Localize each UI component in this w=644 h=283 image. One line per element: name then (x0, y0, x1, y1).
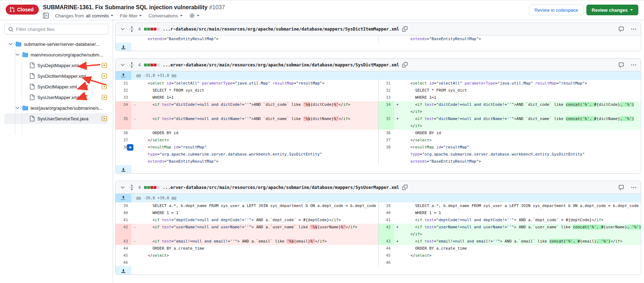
gear-icon (189, 13, 195, 18)
line-number[interactable]: 35 (378, 115, 394, 130)
line-number[interactable]: 32 (378, 87, 394, 94)
expand-up-button[interactable] (116, 194, 131, 202)
sidebar-toggle-icon[interactable] (43, 13, 49, 18)
tree-file-row-SysDictMapper.xml[interactable]: SysDictMapper.xml (4, 81, 108, 92)
line-number[interactable]: 33 (378, 94, 394, 101)
copy-path-icon[interactable] (402, 185, 408, 190)
line-number[interactable]: 46 (116, 259, 131, 266)
file-filter-dropdown[interactable]: File filter (120, 13, 142, 18)
comment-icon[interactable] (618, 26, 624, 32)
line-number[interactable]: 36 (378, 130, 394, 137)
line-number[interactable]: 45 (116, 252, 131, 259)
indent-guide (22, 60, 22, 103)
tree-file-row-SysDictItemMapper.xml[interactable]: SysDictItemMapper.xml (4, 71, 108, 81)
line-number[interactable]: 35 (116, 115, 131, 130)
line-number[interactable]: 40 (116, 209, 131, 217)
diff-row: 36 ORDER BY id36 ORDER BY id (116, 130, 641, 137)
tree-file-row-SysDeptMapper.xml[interactable]: SysDeptMapper.xml (4, 60, 108, 71)
diff-sign (394, 80, 401, 87)
filter-changed-files-input[interactable] (16, 27, 105, 32)
review-changes-button[interactable]: Review changes (586, 5, 638, 15)
code-line: <if test="deptCode!=null and deptCode!='… (401, 217, 641, 224)
drag-handle-icon[interactable] (129, 26, 134, 32)
line-number[interactable] (116, 36, 131, 43)
diffstat-blocks (144, 64, 160, 66)
diffstat-block-del (154, 64, 156, 66)
line-number[interactable]: 43 (378, 238, 394, 245)
line-number[interactable]: 33 (116, 94, 131, 101)
hunk-header-row: @@ -39,8 +39,8 @@ (116, 194, 641, 202)
conversations-dropdown[interactable]: Conversations (148, 13, 182, 18)
file-modified-icon (101, 84, 107, 89)
expand-down-button[interactable] (116, 266, 131, 274)
code-line: ORDER BY a.create_time (401, 245, 641, 252)
tree-folder-row[interactable]: main/resources/org/apache/subm... (4, 49, 108, 60)
line-number[interactable] (378, 36, 394, 43)
code-line: <if test="email!=null and email!=''"> AN… (401, 238, 641, 245)
tree-folder-row[interactable]: submarine-server/server-database/... (4, 39, 108, 49)
diff-sign (394, 217, 401, 224)
drag-handle-icon[interactable] (129, 62, 134, 68)
diff-sign (131, 80, 138, 87)
tree-file-row-SysUserMapper.xml[interactable]: SysUserMapper.xml (4, 92, 108, 103)
line-number[interactable]: 38 (378, 144, 394, 165)
drag-handle-icon[interactable] (129, 185, 134, 190)
collapse-file-chevron-icon[interactable] (120, 62, 126, 68)
expand-up-button[interactable] (116, 71, 131, 80)
pr-header: Closed SUBMARINE-1361. Fix Submarine SQL… (0, 0, 644, 20)
file-path[interactable]: ...erver-database/src/main/resources/org… (163, 62, 399, 67)
tree-folder-row[interactable]: test/java/org/apache/submarine/s... (4, 103, 108, 113)
line-number[interactable]: 43 (116, 238, 131, 245)
chevron-down-icon[interactable] (15, 52, 20, 58)
line-number[interactable]: 46 (378, 259, 394, 266)
file-path[interactable]: ...erver-database/src/main/resources/org… (163, 185, 399, 190)
expand-down-button[interactable] (116, 165, 131, 173)
collapse-file-chevron-icon[interactable] (120, 26, 126, 32)
tree-file-row-SysUserServiceTest.java[interactable]: SysUserServiceTest.java (4, 113, 108, 124)
line-number[interactable]: 39 (378, 202, 394, 209)
line-number[interactable]: 32 (116, 87, 131, 94)
line-number[interactable]: 34 (116, 101, 131, 115)
review-in-codespace-button[interactable]: Review in codespace (529, 5, 584, 15)
line-number[interactable]: 45 (378, 252, 394, 259)
line-number[interactable]: 37 (378, 137, 394, 144)
diff-sign: + (394, 115, 401, 130)
expand-down-button[interactable] (116, 43, 131, 51)
comment-icon[interactable] (618, 185, 624, 190)
changes-from-dropdown[interactable]: Changes from all commits (55, 13, 114, 18)
line-number[interactable]: 40 (378, 209, 394, 217)
add-line-comment-button[interactable]: + (127, 144, 133, 151)
line-number[interactable]: 36 (116, 130, 131, 137)
indent-guide (22, 113, 22, 135)
diff-sign (394, 36, 401, 43)
diff-sign: - (131, 101, 138, 115)
kebab-menu-icon[interactable] (631, 62, 637, 68)
line-number[interactable]: 42 (116, 224, 131, 238)
comment-icon[interactable] (618, 62, 624, 68)
line-number[interactable]: 39 (116, 202, 131, 209)
chevron-down-icon[interactable] (15, 105, 20, 111)
diffstat-block-del (150, 186, 153, 189)
line-number[interactable]: 31 (116, 80, 131, 87)
file-path[interactable]: ...r-database/src/main/resources/org/apa… (163, 27, 399, 32)
line-number[interactable]: 31 (378, 80, 394, 87)
diff-row: 32 SELECT * FROM sys_dict32 SELECT * FRO… (116, 87, 641, 94)
kebab-menu-icon[interactable] (631, 26, 637, 32)
line-number[interactable]: 41 (116, 217, 131, 224)
diff-settings-dropdown[interactable] (189, 13, 199, 18)
line-number[interactable]: 44 (116, 245, 131, 252)
folder-icon (16, 41, 21, 47)
diff-sign (131, 252, 138, 259)
line-number[interactable]: 42 (378, 224, 394, 238)
copy-path-icon[interactable] (402, 26, 408, 32)
line-number[interactable]: 37 (116, 137, 131, 144)
line-number[interactable]: 41 (378, 217, 394, 224)
diff-sign: - (131, 115, 138, 130)
line-number[interactable]: 44 (378, 245, 394, 252)
code-line: ORDER BY id (401, 130, 641, 137)
collapse-file-chevron-icon[interactable] (120, 185, 126, 190)
line-number[interactable]: 34 (378, 101, 394, 115)
copy-path-icon[interactable] (402, 62, 408, 67)
kebab-menu-icon[interactable] (631, 185, 637, 190)
chevron-down-icon[interactable] (8, 41, 14, 47)
